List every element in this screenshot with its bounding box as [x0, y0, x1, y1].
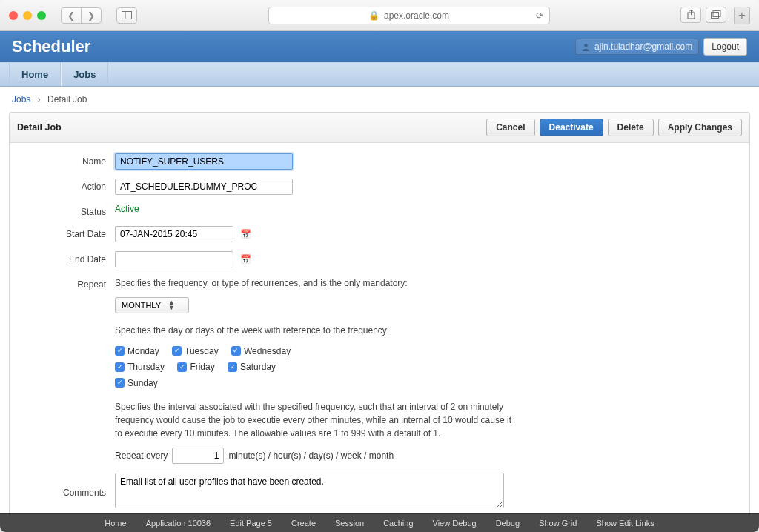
- label-status: Status: [17, 204, 115, 217]
- minimize-window-icon[interactable]: [23, 11, 32, 20]
- detail-job-region: Detail Job Cancel Deactivate Delete Appl…: [9, 112, 750, 513]
- user-chip[interactable]: ajin.tuladhar@gmail.com: [575, 39, 699, 55]
- tab-jobs[interactable]: Jobs: [61, 63, 108, 86]
- new-tab-button[interactable]: +: [734, 7, 750, 24]
- back-button[interactable]: ❮: [61, 7, 82, 24]
- repeat-suffix: minute(s) / hour(s) / day(s) / week / mo…: [228, 450, 394, 461]
- devbar-show-edit-links[interactable]: Show Edit Links: [596, 519, 654, 528]
- start-date-picker-button[interactable]: 📅: [238, 227, 253, 242]
- devbar-create[interactable]: Create: [291, 519, 316, 528]
- frequency-select-value: MONTHLY: [122, 301, 161, 310]
- comments-textarea[interactable]: [115, 473, 504, 508]
- action-input[interactable]: [115, 179, 293, 195]
- start-date-input[interactable]: [115, 226, 233, 242]
- checkbox-checked-icon: ✓: [115, 362, 125, 372]
- end-date-input[interactable]: [115, 251, 233, 267]
- devbar-caching[interactable]: Caching: [383, 519, 413, 528]
- share-icon: [687, 10, 695, 19]
- devbar-edit-page[interactable]: Edit Page 5: [230, 519, 272, 528]
- checkbox-checked-icon: ✓: [228, 362, 237, 372]
- checkbox-checked-icon: ✓: [115, 378, 125, 388]
- developer-toolbar: Home Application 10036 Edit Page 5 Creat…: [0, 513, 759, 532]
- sidebar-toggle-button[interactable]: [116, 7, 137, 24]
- deactivate-button[interactable]: Deactivate: [540, 119, 603, 136]
- interval-input[interactable]: [172, 448, 224, 464]
- label-start-date: Start Date: [17, 226, 115, 239]
- end-date-picker-button[interactable]: 📅: [238, 252, 253, 267]
- calendar-icon: 📅: [240, 254, 251, 265]
- region-title: Detail Job: [17, 122, 62, 133]
- app-title: Scheduler: [12, 37, 90, 56]
- help-interval: Specifies the interval associated with t…: [115, 400, 515, 440]
- repeat-prefix: Repeat every: [115, 450, 168, 461]
- checkbox-checked-icon: ✓: [177, 362, 187, 372]
- share-button[interactable]: [680, 7, 701, 23]
- svg-rect-5: [713, 11, 720, 17]
- day-tuesday[interactable]: ✓Tuesday: [172, 346, 219, 356]
- devbar-show-grid[interactable]: Show Grid: [539, 519, 577, 528]
- day-friday[interactable]: ✓Friday: [177, 362, 214, 372]
- delete-button[interactable]: Delete: [608, 119, 654, 136]
- day-wednesday[interactable]: ✓Wednesday: [231, 346, 291, 356]
- checkbox-checked-icon: ✓: [172, 346, 182, 356]
- cancel-button[interactable]: Cancel: [486, 119, 534, 136]
- label-action: Action: [17, 179, 115, 192]
- breadcrumb-jobs-link[interactable]: Jobs: [12, 94, 30, 104]
- address-bar[interactable]: 🔒 apex.oracle.com ⟳: [268, 7, 550, 24]
- tab-home[interactable]: Home: [9, 63, 61, 86]
- calendar-icon: 📅: [240, 229, 251, 239]
- main-nav: Home Jobs: [0, 62, 759, 87]
- reload-icon[interactable]: ⟳: [536, 10, 543, 21]
- forward-button[interactable]: ❯: [81, 7, 102, 24]
- svg-rect-4: [712, 13, 719, 19]
- devbar-view-debug[interactable]: View Debug: [433, 519, 477, 528]
- devbar-session[interactable]: Session: [335, 519, 364, 528]
- user-email: ajin.tuladhar@gmail.com: [594, 41, 692, 52]
- chevron-right-icon: ›: [38, 94, 41, 104]
- devbar-application[interactable]: Application 10036: [146, 519, 211, 528]
- label-comments: Comments: [17, 473, 115, 498]
- sidebar-icon: [122, 11, 132, 19]
- svg-rect-0: [122, 12, 132, 19]
- tabs-icon: [711, 10, 721, 19]
- day-saturday[interactable]: ✓Saturday: [228, 362, 276, 372]
- devbar-home[interactable]: Home: [105, 519, 126, 528]
- day-sunday[interactable]: ✓Sunday: [115, 378, 158, 388]
- apply-changes-button[interactable]: Apply Changes: [658, 119, 742, 136]
- browser-toolbar: ❮ ❯ 🔒 apex.oracle.com ⟳ +: [0, 0, 759, 31]
- breadcrumb: Jobs › Detail Job: [0, 87, 759, 112]
- name-input[interactable]: [115, 153, 293, 170]
- tabs-button[interactable]: [706, 7, 726, 23]
- checkbox-checked-icon: ✓: [231, 346, 241, 356]
- help-frequency: Specifies the frequency, or type of recu…: [115, 276, 515, 290]
- address-text: apex.oracle.com: [384, 10, 449, 21]
- breadcrumb-current: Detail Job: [47, 94, 87, 104]
- day-monday[interactable]: ✓Monday: [115, 346, 159, 356]
- nav-buttons: ❮ ❯: [61, 7, 102, 24]
- window-controls: [9, 11, 46, 20]
- label-repeat: Repeat: [17, 276, 115, 290]
- close-window-icon[interactable]: [9, 11, 18, 20]
- label-name: Name: [17, 153, 115, 167]
- chevron-updown-icon: ▲▼: [168, 300, 175, 310]
- label-end-date: End Date: [17, 251, 115, 265]
- logout-button[interactable]: Logout: [703, 38, 747, 56]
- help-days: Specifies the day or days of the week wi…: [115, 324, 515, 337]
- frequency-select[interactable]: MONTHLY ▲▼: [115, 297, 189, 313]
- app-header: Scheduler ajin.tuladhar@gmail.com Logout: [0, 31, 759, 62]
- user-icon: [582, 43, 590, 51]
- maximize-window-icon[interactable]: [37, 11, 46, 20]
- lock-icon: 🔒: [368, 10, 380, 21]
- day-thursday[interactable]: ✓Thursday: [115, 362, 165, 372]
- status-value: Active: [115, 204, 139, 214]
- checkbox-checked-icon: ✓: [115, 346, 125, 356]
- devbar-debug[interactable]: Debug: [496, 519, 520, 528]
- svg-point-6: [584, 44, 588, 47]
